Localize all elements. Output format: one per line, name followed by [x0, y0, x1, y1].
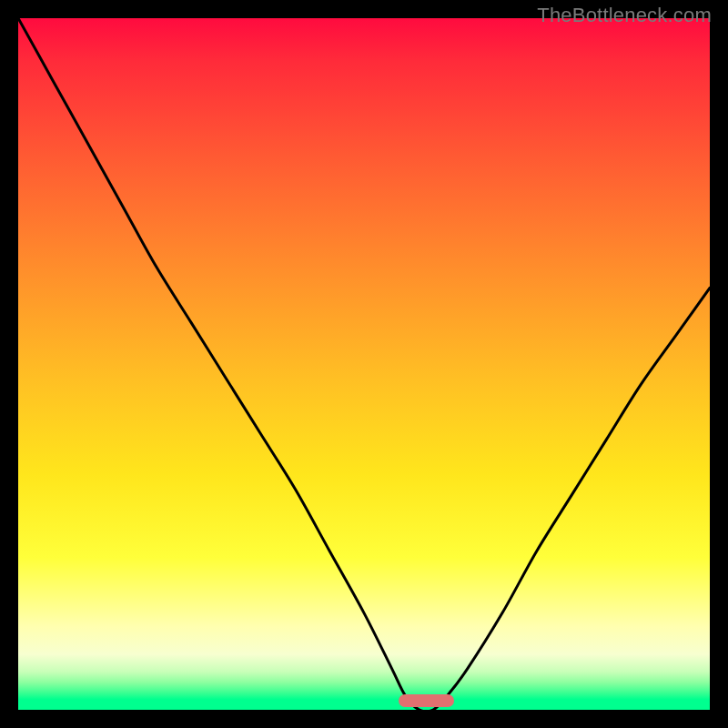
curve-path — [18, 18, 710, 710]
watermark-text: TheBottleneck.com — [537, 4, 712, 27]
plot-area — [18, 18, 710, 710]
chart-frame: TheBottleneck.com — [0, 0, 728, 728]
bottleneck-curve — [18, 18, 710, 710]
optimal-range-marker — [399, 694, 454, 707]
